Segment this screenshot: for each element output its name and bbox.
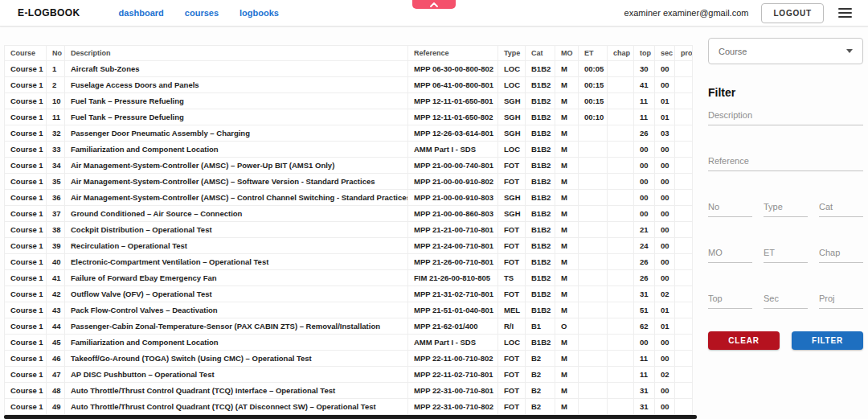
column-header-mo[interactable]: MO xyxy=(555,46,579,61)
filter-button[interactable]: FILTER xyxy=(792,331,863,350)
no-field[interactable] xyxy=(708,200,752,217)
table-cell: 43 xyxy=(47,302,65,318)
table-cell: 01 xyxy=(655,109,675,125)
table-row[interactable]: Course 142Outflow Valve (OFV) – Operatio… xyxy=(5,286,693,302)
column-header-no[interactable]: No xyxy=(47,46,65,61)
table-row[interactable]: Course 134Air Management-System-Controll… xyxy=(5,158,693,174)
table-row[interactable]: Course 137Ground Conditioned – Air Sourc… xyxy=(5,206,693,222)
table-cell: SGH xyxy=(498,125,526,142)
table-row[interactable]: Course 111Fuel Tank – Pressure Defueling… xyxy=(5,109,693,125)
table-row[interactable]: Course 138Cockpit Distribution – Operati… xyxy=(5,222,693,238)
table-cell: Failure of Forward Ebay Emergency Fan xyxy=(65,270,408,286)
table-cell xyxy=(579,367,608,383)
table-cell: M xyxy=(555,206,579,222)
table-cell: B1B2 xyxy=(526,142,555,158)
table-row[interactable]: Course 141Failure of Forward Ebay Emerge… xyxy=(5,270,693,286)
table-cell: Passenger-Cabin Zonal-Temperature-Sensor… xyxy=(65,318,408,335)
table-cell: 00 xyxy=(634,142,655,158)
hamburger-icon[interactable] xyxy=(837,6,854,19)
filter-panel: Course Filter CLEAR FILTER xyxy=(708,38,863,350)
column-header-description[interactable]: Description xyxy=(65,46,408,61)
table-cell: LOC xyxy=(498,61,526,77)
table-row[interactable]: Course 147AP DISC Pushbutton – Operation… xyxy=(5,367,693,383)
column-header-chap[interactable]: chap xyxy=(608,46,634,61)
table-row[interactable]: Course 110Fuel Tank – Pressure Refueling… xyxy=(5,93,693,109)
horizontal-scrollbar[interactable] xyxy=(4,415,697,419)
table-row[interactable]: Course 148Auto Throttle/Thrust Control Q… xyxy=(5,383,693,399)
column-header-course[interactable]: Course xyxy=(5,46,47,61)
column-header-reference[interactable]: Reference xyxy=(408,46,498,61)
table-cell: Course 1 xyxy=(5,286,47,302)
table-cell: Course 1 xyxy=(5,335,47,351)
table-row[interactable]: Course 140Electronic-Compartment Ventila… xyxy=(5,254,693,270)
table-cell: MPP 21-26-00-710-801 xyxy=(408,254,498,270)
reference-field[interactable] xyxy=(708,154,863,171)
column-header-proj[interactable]: proj xyxy=(675,46,693,61)
table-cell xyxy=(675,286,693,302)
column-header-top[interactable]: top xyxy=(634,46,655,61)
table-cell: MPP 06-30-00-800-802 xyxy=(408,61,498,77)
table-cell xyxy=(579,254,608,270)
table-cell: M xyxy=(555,61,579,77)
table-cell: MPP 06-41-00-800-801 xyxy=(408,77,498,93)
column-header-sec[interactable]: sec xyxy=(655,46,675,61)
table-cell: 00 xyxy=(655,222,675,238)
course-select[interactable]: Course xyxy=(708,38,863,64)
table-cell xyxy=(608,93,634,109)
table-cell xyxy=(608,286,634,302)
table-cell xyxy=(608,367,634,383)
table-cell xyxy=(579,383,608,399)
table-cell: 00:10 xyxy=(579,109,608,125)
table-cell: Course 1 xyxy=(5,399,47,415)
table-row[interactable]: Course 136Air Management-System-Controll… xyxy=(5,190,693,206)
table-row[interactable]: Course 139Recirculation – Operational Te… xyxy=(5,238,693,254)
mo-field[interactable] xyxy=(708,246,752,263)
chap-field[interactable] xyxy=(819,246,863,263)
table-cell: Course 1 xyxy=(5,318,47,335)
table-cell: AMM Part I - SDS xyxy=(408,142,498,158)
column-header-type[interactable]: Type xyxy=(498,46,526,61)
table-row[interactable]: Course 11Aircraft Sub-ZonesMPP 06-30-00-… xyxy=(5,61,693,77)
clear-button[interactable]: CLEAR xyxy=(708,331,780,350)
table-cell xyxy=(675,222,693,238)
table-cell xyxy=(579,318,608,335)
table-cell: SGH xyxy=(498,206,526,222)
description-field[interactable] xyxy=(708,109,863,125)
table-row[interactable]: Course 144Passenger-Cabin Zonal-Temperat… xyxy=(5,318,693,335)
table-row[interactable]: Course 146Takeoff/Go-Around (TOGA) Switc… xyxy=(5,351,693,367)
table-cell xyxy=(608,125,634,142)
table-cell: MEL xyxy=(498,302,526,318)
table-cell: 39 xyxy=(47,238,65,254)
column-header-cat[interactable]: Cat xyxy=(526,46,555,61)
table-row[interactable]: Course 12Fuselage Access Doors and Panel… xyxy=(5,77,693,93)
table-cell: 33 xyxy=(47,142,65,158)
proj-field[interactable] xyxy=(819,292,863,309)
table-cell: MPP 21-62-01/400 xyxy=(408,318,498,335)
cat-field[interactable] xyxy=(819,200,863,217)
table-row[interactable]: Course 149Auto Throttle/Thrust Control Q… xyxy=(5,399,693,415)
table-row[interactable]: Course 132Passenger Door Pneumatic Assem… xyxy=(5,125,693,142)
sec-field[interactable] xyxy=(764,292,808,309)
top-field[interactable] xyxy=(708,292,752,309)
et-field[interactable] xyxy=(764,246,808,263)
table-cell: 48 xyxy=(47,383,65,399)
table-cell: Course 1 xyxy=(5,383,47,399)
table-cell: B1B2 xyxy=(526,254,555,270)
nav-courses[interactable]: courses xyxy=(185,8,219,18)
nav-dashboard[interactable]: dashboard xyxy=(119,8,164,18)
table-row[interactable]: Course 145Familiarization and Component … xyxy=(5,335,693,351)
table-cell xyxy=(579,286,608,302)
column-header-et[interactable]: ET xyxy=(579,46,608,61)
logout-button[interactable]: LOGOUT xyxy=(761,3,824,23)
table-cell: 11 xyxy=(634,109,655,125)
type-field[interactable] xyxy=(764,200,808,217)
table-row[interactable]: Course 133Familiarization and Component … xyxy=(5,142,693,158)
table-cell: Fuel Tank – Pressure Refueling xyxy=(65,93,408,109)
nav-logbooks[interactable]: logbooks xyxy=(240,8,279,18)
table-cell: 26 xyxy=(634,125,655,142)
table-cell: 26 xyxy=(634,254,655,270)
table-cell: 00 xyxy=(634,190,655,206)
table-row[interactable]: Course 143Pack Flow-Control Valves – Dea… xyxy=(5,302,693,318)
collapse-panel-button[interactable] xyxy=(412,0,456,9)
table-row[interactable]: Course 135Air Management-System-Controll… xyxy=(5,174,693,190)
